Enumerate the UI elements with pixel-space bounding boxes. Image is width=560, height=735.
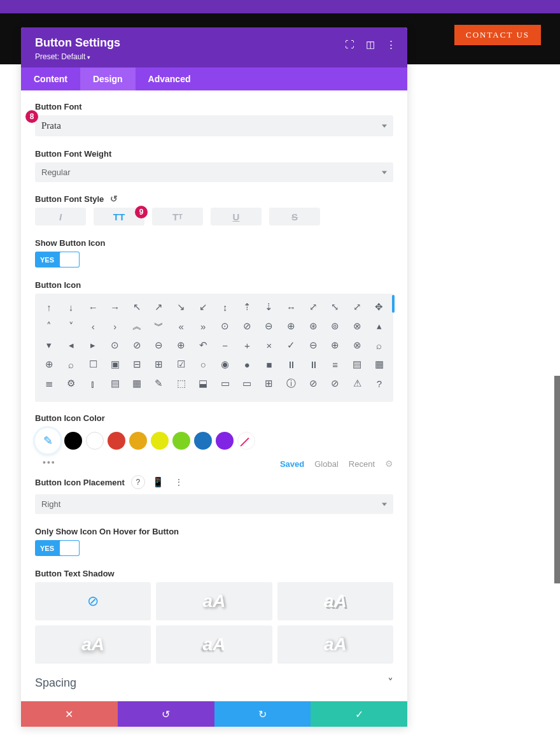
swatch-orange[interactable] [129, 432, 147, 450]
shadow-preset-4[interactable]: aA [156, 625, 272, 664]
swatch-blue[interactable] [194, 432, 212, 450]
tab-content[interactable]: Content [21, 68, 80, 90]
icon-picker[interactable]: ↑↓←→↖↗↘↙↕⇡⇣↔⤢⤡⤢✥ ˄˅‹›︽︾«»⊙⊘⊖⊕⊛⊚⊗▴ ▾◂▸⊙⊘⊖… [35, 294, 393, 402]
settings-panel: Button Settings Preset: Default ⛶ ◫ ⋮ Co… [21, 27, 407, 727]
phone-icon[interactable]: 📱 [151, 475, 165, 489]
save-button[interactable]: ✓ [311, 701, 407, 727]
colortab-recent[interactable]: Recent [349, 459, 375, 469]
page-scrollbar[interactable] [554, 376, 560, 583]
italic-button[interactable]: I [35, 208, 86, 225]
undo-button[interactable]: ↺ [118, 701, 214, 727]
step-badge-9: 9 [135, 206, 148, 218]
label-icon-placement: Button Icon Placement [35, 478, 125, 487]
label-button-font: Button Font [35, 102, 393, 111]
label-font-weight: Button Font Weight [35, 149, 393, 159]
hover-icon-toggle[interactable]: YES [35, 540, 80, 556]
label-show-icon: Show Button Icon [35, 238, 393, 248]
label-hover-icon: Only Show Icon On Hover for Button [35, 527, 393, 536]
label-text-shadow: Button Text Shadow [35, 569, 393, 578]
reset-icon[interactable]: ↺ [110, 194, 118, 204]
colortab-saved[interactable]: Saved [280, 459, 304, 469]
panel-title: Button Settings [35, 36, 393, 50]
preset-dropdown[interactable]: Preset: Default [35, 52, 393, 61]
tab-design[interactable]: Design [80, 68, 136, 90]
redo-button[interactable]: ↻ [214, 701, 311, 727]
swatch-green[interactable] [172, 432, 190, 450]
tab-advanced[interactable]: Advanced [136, 68, 204, 90]
label-font-style: Button Font Style↺ [35, 194, 393, 204]
chevron-down-icon: ˅ [388, 676, 393, 690]
swatch-red[interactable] [108, 432, 125, 450]
show-icon-toggle[interactable]: YES [35, 252, 80, 268]
swatch-black[interactable] [64, 432, 82, 450]
shadow-none[interactable]: ⊘ [35, 582, 151, 620]
help-icon[interactable]: ? [131, 475, 145, 489]
step-badge-8: 8 [25, 110, 38, 123]
cancel-button[interactable]: ✕ [21, 701, 118, 727]
label-icon-color: Button Icon Color [35, 413, 393, 423]
contact-us-button[interactable]: CONTACT US [454, 25, 541, 45]
spacing-accordion[interactable]: Spacing˅ [35, 664, 393, 701]
colortab-gear-icon[interactable]: ⚙ [385, 459, 393, 469]
placement-select[interactable]: Right [35, 494, 393, 514]
shadow-preset-1[interactable]: aA [156, 582, 272, 620]
tablet-icon[interactable]: ◫ [366, 39, 375, 50]
swatch-white[interactable] [86, 432, 104, 450]
colortab-global[interactable]: Global [314, 459, 339, 469]
swatch-none[interactable] [237, 432, 255, 450]
expand-icon[interactable]: ⛶ [345, 39, 354, 50]
strikethrough-button[interactable]: S [269, 208, 320, 225]
swatch-yellow[interactable] [151, 432, 169, 450]
shadow-preset-5[interactable]: aA [277, 625, 393, 664]
smallcaps-button[interactable]: TT [152, 208, 203, 225]
label-button-icon: Button Icon [35, 280, 393, 290]
shadow-preset-3[interactable]: aA [35, 625, 151, 664]
more-icon[interactable]: ⋮ [386, 39, 396, 50]
color-picker-button[interactable]: ✎ [35, 428, 60, 453]
weight-select[interactable]: Regular [35, 162, 393, 182]
placement-more-icon[interactable]: ⋮ [172, 475, 186, 489]
font-select[interactable]: Prata [35, 115, 393, 136]
underline-button[interactable]: U [211, 208, 262, 225]
shadow-preset-2[interactable]: aA [277, 582, 393, 620]
swatch-purple[interactable] [216, 432, 234, 450]
